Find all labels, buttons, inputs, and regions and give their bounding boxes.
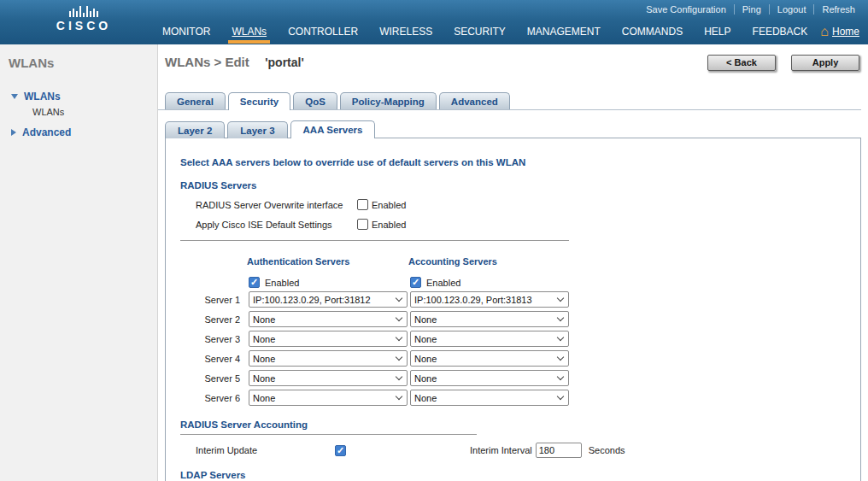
ise-enabled-label: Enabled xyxy=(372,220,406,230)
subtab-layer3[interactable]: Layer 3 xyxy=(227,121,287,138)
ping-link[interactable]: Ping xyxy=(734,4,769,15)
server-row-2: Server 2 None None xyxy=(180,311,860,327)
subtab-aaa-servers[interactable]: AAA Servers xyxy=(290,120,376,138)
server-column-headers: Authentication Servers Accounting Server… xyxy=(180,256,860,267)
collapse-arrow-icon xyxy=(11,94,18,99)
radius-overwrite-checkbox[interactable] xyxy=(357,199,368,210)
interim-row: Interim Update Interim Interval Seconds xyxy=(180,443,860,458)
chevron-down-icon xyxy=(396,314,402,321)
server-6-auth-select[interactable]: None xyxy=(249,390,408,406)
nav-item-monitor[interactable]: MONITOR xyxy=(162,18,210,44)
server-2-label: Server 2 xyxy=(180,314,249,325)
server-row-3: Server 3 None None xyxy=(180,331,860,347)
nav-item-management[interactable]: MANAGEMENT xyxy=(527,18,601,44)
server-5-auth-select[interactable]: None xyxy=(249,370,408,386)
acct-enabled-label: Enabled xyxy=(426,278,460,288)
server-3-auth-select[interactable]: None xyxy=(249,331,408,347)
nav-item-controller[interactable]: CONTROLLER xyxy=(288,18,358,44)
radius-servers-heading: RADIUS Servers xyxy=(180,180,860,191)
chevron-down-icon xyxy=(396,373,402,380)
server-1-acct-select[interactable]: IP:100.123.0.29, Port:31813 xyxy=(410,291,569,308)
tab-advanced[interactable]: Advanced xyxy=(439,92,510,109)
nav-item-help[interactable]: HELP xyxy=(704,18,730,44)
subtab-layer2[interactable]: Layer 2 xyxy=(165,121,225,138)
sidebar-item-wlans-child[interactable]: WLANs xyxy=(0,105,157,124)
nav-item-wireless[interactable]: WIRELESS xyxy=(379,18,432,44)
breadcrumb: WLANs > Edit 'portal' xyxy=(165,55,304,70)
chevron-down-icon xyxy=(396,334,402,341)
chevron-down-icon xyxy=(557,314,564,321)
servers-enabled-row: Enabled Enabled xyxy=(180,277,860,288)
ise-default-checkbox[interactable] xyxy=(357,219,368,230)
authentication-servers-heading: Authentication Servers xyxy=(247,256,408,267)
interim-update-checkbox[interactable] xyxy=(335,445,346,456)
radius-accounting-heading: RADIUS Server Accounting xyxy=(180,419,860,430)
interim-interval-label: Interim Interval xyxy=(470,445,532,455)
home-icon: ⌂ xyxy=(820,25,829,38)
back-button[interactable]: < Back xyxy=(707,55,776,71)
apply-button[interactable]: Apply xyxy=(791,55,859,71)
home-link[interactable]: ⌂ Home xyxy=(820,18,859,44)
interim-update-label: Interim Update xyxy=(196,445,335,455)
sidebar-item-wlans[interactable]: WLANs xyxy=(0,88,157,105)
section-divider xyxy=(180,240,569,241)
server-row-1: Server 1 IP:100.123.0.29, Port:31812 IP:… xyxy=(180,291,860,308)
security-subtab-bar: Layer 2 Layer 3 AAA Servers xyxy=(158,119,868,138)
top-links-bar: Save Configuration Ping Logout Refresh xyxy=(0,0,868,18)
main-content: WLANs > Edit 'portal' < Back Apply Gener… xyxy=(158,44,868,481)
ldap-servers-heading: LDAP Servers xyxy=(180,470,860,480)
server-4-auth-select[interactable]: None xyxy=(249,350,408,367)
server-5-label: Server 5 xyxy=(180,373,249,384)
cisco-logo-bars-icon xyxy=(51,6,116,17)
logout-link[interactable]: Logout xyxy=(769,4,814,15)
chevron-down-icon xyxy=(557,373,564,380)
tab-bar: General Security QoS Policy-Mapping Adva… xyxy=(158,90,861,110)
toolbar: WLANs > Edit 'portal' < Back Apply xyxy=(158,44,868,90)
sidebar: WLANs WLANs WLANs Advanced xyxy=(0,44,158,481)
chevron-down-icon xyxy=(396,295,402,302)
tab-general[interactable]: General xyxy=(165,92,226,109)
server-3-acct-select[interactable]: None xyxy=(410,331,569,347)
chevron-down-icon xyxy=(396,393,402,400)
server-6-label: Server 6 xyxy=(180,393,249,403)
chevron-down-icon xyxy=(396,354,402,361)
nav-item-wlans[interactable]: WLANs xyxy=(232,18,267,44)
sidebar-title: WLANs xyxy=(0,44,157,70)
radius-overwrite-row: RADIUS Server Overwrite interface Enable… xyxy=(196,199,860,210)
server-2-acct-select[interactable]: None xyxy=(410,311,569,327)
acct-enabled-checkbox[interactable] xyxy=(410,277,421,288)
interim-interval-input[interactable] xyxy=(536,443,582,458)
server-1-auth-select[interactable]: IP:100.123.0.29, Port:31812 xyxy=(249,291,408,308)
server-6-acct-select[interactable]: None xyxy=(410,390,569,406)
chevron-down-icon xyxy=(557,334,564,341)
ise-default-row: Apply Cisco ISE Default Settings Enabled xyxy=(196,219,860,230)
seconds-label: Seconds xyxy=(589,445,625,455)
server-2-auth-select[interactable]: None xyxy=(249,311,408,327)
sidebar-item-advanced[interactable]: Advanced xyxy=(0,124,157,141)
tab-security[interactable]: Security xyxy=(228,92,290,110)
server-row-6: Server 6 None None xyxy=(180,390,860,406)
nav-item-commands[interactable]: COMMANDS xyxy=(622,18,683,44)
save-configuration-link[interactable]: Save Configuration xyxy=(638,4,734,15)
accounting-servers-heading: Accounting Servers xyxy=(408,256,497,267)
auth-enabled-checkbox[interactable] xyxy=(249,277,260,288)
nav-item-security[interactable]: SECURITY xyxy=(454,18,506,44)
chevron-down-icon xyxy=(557,295,564,302)
radius-overwrite-enabled-label: Enabled xyxy=(372,200,406,210)
auth-enabled-label: Enabled xyxy=(265,278,299,288)
nav-item-feedback[interactable]: FEEDBACK xyxy=(753,18,808,44)
ise-default-label: Apply Cisco ISE Default Settings xyxy=(196,220,357,230)
server-row-4: Server 4 None None xyxy=(180,350,860,367)
server-1-label: Server 1 xyxy=(180,295,249,305)
tab-qos[interactable]: QoS xyxy=(293,92,337,109)
wlan-name: 'portal' xyxy=(265,56,304,69)
app-header: Save Configuration Ping Logout Refresh C… xyxy=(0,0,868,44)
main-nav: MONITOR WLANs CONTROLLER WIRELESS SECURI… xyxy=(0,18,868,44)
server-4-label: Server 4 xyxy=(180,354,249,364)
server-5-acct-select[interactable]: None xyxy=(410,370,569,386)
server-4-acct-select[interactable]: None xyxy=(410,350,569,367)
tab-policy-mapping[interactable]: Policy-Mapping xyxy=(340,92,437,109)
page-title: WLANs > Edit xyxy=(165,55,249,69)
aaa-intro-text: Select AAA servers below to override use… xyxy=(180,157,860,167)
refresh-link[interactable]: Refresh xyxy=(813,4,863,15)
